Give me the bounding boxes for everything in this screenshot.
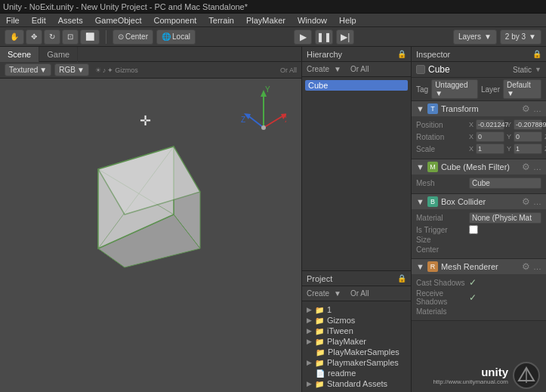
project-header: Project 🔒 [302,271,411,286]
tag-arrow: ▼ [435,89,443,97]
box-collider-settings-icon[interactable]: ⚙ [522,196,530,207]
rot-x-value[interactable]: 0 [476,131,504,142]
scene-fx-icon: ✦ [107,66,113,74]
project-item-playmakersamples2[interactable]: ▶ 📁 PlaymakerSamples [307,357,406,368]
project-item-playmaker[interactable]: ▶ 📁 PlayMaker [307,336,406,347]
scene-tab[interactable]: Scene [0,47,39,62]
transform-header[interactable]: ▼ T Transform ⚙ … [412,101,546,116]
hand-tool-btn[interactable]: ✋ [5,29,24,45]
mesh-renderer-header[interactable]: ▼ R Mesh Renderer ⚙ … [412,259,546,274]
rot-x-label: X [469,133,475,140]
move-tool-btn[interactable]: ✥ [26,29,42,45]
pivot-btn[interactable]: ⊙ Center [113,29,153,45]
hierarchy-cube-label: Cube [308,81,328,90]
mesh-filter-options-icon[interactable]: … [533,162,541,171]
menu-file[interactable]: File [3,16,23,25]
middle-panel: Hierarchy 🔒 Create ▼ Or All Cube Project… [302,47,412,392]
project-item-standard-assets[interactable]: ▶ 📁 Standard Assets [307,378,406,389]
unity-site-block: unity http://www.unitymanual.com [433,366,508,385]
cube-svg [76,124,211,275]
transform-options-icon[interactable]: … [533,104,541,113]
pos-x-label: X [469,121,475,128]
box-collider-header[interactable]: ▼ B Box Collider ⚙ … [412,194,546,209]
project-create-label[interactable]: Create [307,289,329,298]
material-row: Material None (Physic Mat [416,212,541,224]
project-toolbar: Create ▼ Or All [302,286,411,301]
play-btn[interactable]: ▶ [294,29,312,45]
rgb-label: RGB [59,66,76,74]
unity-logo-circle [513,362,540,389]
axis-gizmo: Y X Z [241,86,286,139]
project-item-gizmos[interactable]: ▶ 📁 Gizmos [307,315,406,326]
step-btn[interactable]: ▶| [336,29,354,45]
position-label: Position [416,121,469,129]
mesh-value[interactable]: Cube [469,177,541,189]
material-value[interactable]: None (Physic Mat [469,212,541,224]
tag-value: Untagged [435,81,467,89]
layers-dropdown[interactable]: Layers ▼ [453,29,497,45]
hierarchy-create-label[interactable]: Create [307,65,329,73]
receive-shadows-check: ✓ [469,292,477,303]
scene-viewport[interactable]: ✛ [0,79,301,392]
layout-label: 2 by 3 [505,32,526,41]
menu-component[interactable]: Component [150,16,199,25]
menu-edit[interactable]: Edit [29,16,49,25]
hierarchy-panel: Hierarchy 🔒 Create ▼ Or All Cube [302,47,411,271]
cube-3d [76,124,211,275]
pos-y-value[interactable]: -0.207889 [514,119,542,130]
project-item-readme[interactable]: 📄 readme [307,368,406,378]
project-item-playmakersamples1[interactable]: 📁 PlayMakerSamples [307,347,406,357]
transform-settings-icon[interactable]: ⚙ [522,103,530,114]
project-item-1[interactable]: ▶ 📁 1 [307,304,406,315]
mesh-filter-body: Mesh Cube [412,174,546,193]
layout-dropdown[interactable]: 2 by 3 ▼ [500,29,541,45]
mesh-filter-header[interactable]: ▼ M Cube (Mesh Filter) ⚙ … [412,159,546,174]
layer-arrow: ▼ [507,89,514,97]
rot-y-value[interactable]: 0 [514,131,542,142]
object-enabled-checkbox[interactable] [416,65,425,74]
cast-shadows-check: ✓ [469,277,477,288]
rect-tool-btn[interactable]: ⬜ [80,29,100,45]
object-name: Cube [428,64,510,75]
tag-dropdown[interactable]: Untagged ▼ [431,79,478,99]
textured-btn[interactable]: Textured ▼ [5,63,51,76]
project-item-itween[interactable]: ▶ 📁 iTween [307,326,406,336]
menu-playmaker[interactable]: PlayMaker [243,16,288,25]
arrow-icon: ▶ [307,306,312,313]
box-collider-title: Box Collider [441,197,519,206]
rot-y-item: Y 0 [507,131,542,142]
mesh-renderer-title: Mesh Renderer [441,262,519,271]
materials-label: Materials [416,307,469,316]
scale-tool-btn[interactable]: ⊡ [62,29,79,45]
mesh-filter-settings-icon[interactable]: ⚙ [522,162,530,172]
box-collider-options-icon[interactable]: … [533,197,541,206]
layer-label: Layer [481,85,500,94]
rotate-tool-btn[interactable]: ↻ [44,29,60,45]
menu-window[interactable]: Window [295,16,330,25]
mesh-renderer-settings-icon[interactable]: ⚙ [522,261,530,272]
project-tab-label: Project [307,274,332,283]
is-trigger-checkbox[interactable] [469,225,478,234]
pos-x-value[interactable]: -0.021247 [476,119,504,130]
menu-gameobject[interactable]: GameObject [92,16,145,25]
menu-assets[interactable]: Assets [55,16,86,25]
game-tab[interactable]: Game [39,47,78,62]
inspector-tab-label: Inspector [416,50,450,59]
pause-btn[interactable]: ❚❚ [315,29,333,45]
sc-y-value[interactable]: 1 [514,144,542,154]
sc-x-value[interactable]: 1 [476,144,504,154]
static-arrow[interactable]: ▼ [535,66,541,73]
layer-dropdown[interactable]: Default ▼ [503,79,541,99]
space-btn[interactable]: 🌐 Local [156,29,196,45]
menu-terrain[interactable]: Terrain [205,16,237,25]
pivot-label: Center [125,32,148,41]
mesh-filter-title: Cube (Mesh Filter) [441,162,519,171]
rgb-btn[interactable]: RGB ▼ [54,63,89,76]
menu-help[interactable]: Help [336,16,359,25]
main-content: Scene Game Textured ▼ RGB ▼ ☀ ♪ ✦ Gizmos [0,47,546,392]
transform-body: Position X -0.021247 Y -0.207889 [412,116,546,159]
inspector-lock-icon: 🔒 [532,50,541,58]
mesh-renderer-options-icon[interactable]: … [533,262,541,271]
hierarchy-toolbar: Create ▼ Or All [302,62,411,77]
hierarchy-item-cube[interactable]: Cube [305,80,408,91]
